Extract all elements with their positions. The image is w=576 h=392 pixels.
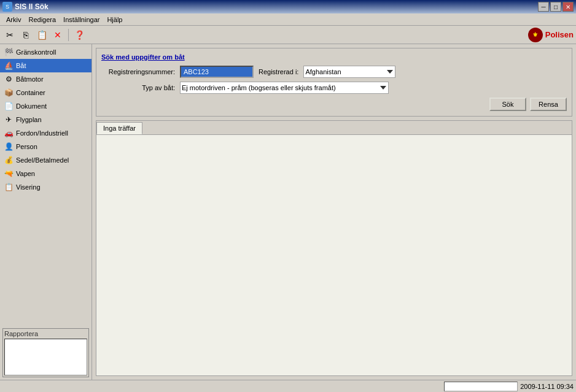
sidebar-item-label-visering: Visering — [16, 183, 41, 191]
menu-hjalp[interactable]: Hjälp — [103, 15, 126, 25]
maximize-button[interactable]: □ — [550, 2, 561, 12]
typ-select-wrapper: Ej motordriven - pråm (bogseras eller sk… — [180, 82, 389, 94]
main-layout: 🏁 Gränskontroll ⛵ Båt ⚙ Båtmotor 📦 Conta… — [0, 44, 576, 380]
reg-input[interactable] — [180, 66, 254, 78]
title-text: SIS II Sök — [15, 2, 49, 11]
tab-content — [96, 135, 572, 375]
reg-label: Registreringsnummer: — [101, 68, 175, 75]
sidebar-item-label-flygplan: Flygplan — [16, 116, 42, 123]
sidebar-items: 🏁 Gränskontroll ⛵ Båt ⚙ Båtmotor 📦 Conta… — [0, 44, 91, 326]
form-row-reg: Registreringsnummer: Registrerad i: Afgh… — [101, 66, 567, 78]
menu-installningar[interactable]: Inställningar — [60, 15, 103, 25]
tabs-area: Inga träffar — [96, 120, 572, 376]
sidebar-item-container[interactable]: 📦 Container — [0, 86, 91, 99]
minimize-button[interactable]: ─ — [538, 2, 549, 12]
granscontrol-icon: 🏁 — [4, 47, 14, 57]
tabs-header: Inga träffar — [96, 121, 572, 135]
sidebar: 🏁 Gränskontroll ⛵ Båt ⚙ Båtmotor 📦 Conta… — [0, 44, 92, 380]
sidebar-item-sedel[interactable]: 💰 Sedel/Betalmedel — [0, 153, 91, 167]
content-area: Sök med uppgifter om båt Registreringsnu… — [92, 44, 576, 380]
sedel-icon: 💰 — [4, 155, 14, 165]
app-icon: S — [2, 2, 12, 12]
toolbar: ✂ ⎘ 📋 ✕ ❓ ⚜ Polisen — [0, 26, 576, 44]
flygplan-icon: ✈ — [4, 115, 14, 125]
status-datetime: 2009-11-11 09:34 — [520, 383, 574, 390]
copy-button[interactable]: ⎘ — [18, 28, 33, 42]
container-icon: 📦 — [4, 88, 14, 98]
sidebar-item-label-fordon: Fordon/Industriell — [16, 129, 68, 137]
section-title: Sök med uppgifter om båt — [101, 53, 567, 61]
sidebar-item-fordon[interactable]: 🚗 Fordon/Industriell — [0, 126, 91, 140]
dokument-icon: 📄 — [4, 101, 14, 111]
form-row-typ: Typ av båt: Ej motordriven - pråm (bogse… — [101, 82, 567, 94]
rapportera-section: Rapportera — [2, 328, 89, 377]
status-field — [444, 382, 518, 391]
tab-inga-traffar[interactable]: Inga träffar — [96, 122, 142, 134]
fordon-icon: 🚗 — [4, 128, 14, 138]
sidebar-item-bat[interactable]: ⛵ Båt — [0, 59, 91, 72]
person-icon: 👤 — [4, 142, 14, 152]
sidebar-item-dokument[interactable]: 📄 Dokument — [0, 99, 91, 113]
typ-select[interactable]: Ej motordriven - pråm (bogseras eller sk… — [180, 82, 389, 94]
delete-button[interactable]: ✕ — [50, 28, 65, 42]
menu-redigera[interactable]: Redigera — [25, 15, 60, 25]
sidebar-item-vapen[interactable]: 🔫 Vapen — [0, 167, 91, 180]
reg-i-select[interactable]: Afghanistan Albania Algeria — [303, 66, 395, 78]
cut-button[interactable]: ✂ — [2, 28, 17, 42]
visering-icon: 📋 — [4, 182, 14, 192]
menu-arkiv[interactable]: Arkiv — [2, 15, 25, 25]
sidebar-item-label-vapen: Vapen — [16, 170, 35, 177]
sidebar-item-granscontrol[interactable]: 🏁 Gränskontroll — [0, 45, 91, 59]
rapportera-label: Rapportera — [4, 330, 87, 337]
form-buttons: Sök Rensa — [101, 98, 567, 111]
toolbar-separator — [68, 29, 69, 41]
rapportera-content — [4, 339, 87, 375]
sidebar-item-label-container: Container — [16, 89, 45, 96]
clear-button[interactable]: Rensa — [530, 98, 567, 111]
sidebar-item-label-sedel: Sedel/Betalmedel — [16, 156, 69, 164]
sidebar-item-label-batmotor: Båtmotor — [16, 75, 44, 83]
title-buttons: ─ □ ✕ — [538, 2, 574, 12]
paste-button[interactable]: 📋 — [34, 28, 49, 42]
typ-label: Typ av båt: — [101, 84, 175, 91]
sidebar-item-label-dokument: Dokument — [16, 102, 47, 110]
reg-i-label: Registrerad i: — [259, 68, 298, 75]
help-button[interactable]: ❓ — [72, 28, 87, 42]
sidebar-item-batmotor[interactable]: ⚙ Båtmotor — [0, 72, 91, 86]
sidebar-item-flygplan[interactable]: ✈ Flygplan — [0, 113, 91, 126]
menu-bar: Arkiv Redigera Inställningar Hjälp — [0, 13, 576, 26]
polisen-icon: ⚜ — [528, 28, 543, 42]
sidebar-item-visering[interactable]: 📋 Visering — [0, 180, 91, 194]
close-button[interactable]: ✕ — [562, 2, 574, 12]
search-button[interactable]: Sök — [489, 98, 526, 111]
sidebar-item-person[interactable]: 👤 Person — [0, 140, 91, 153]
sidebar-item-label-granscontrol: Gränskontroll — [16, 48, 56, 56]
status-bar: 2009-11-11 09:34 — [0, 380, 576, 392]
bat-icon: ⛵ — [4, 61, 14, 71]
sidebar-item-label-person: Person — [16, 143, 37, 150]
polisen-label: Polisen — [545, 30, 574, 39]
vapen-icon: 🔫 — [4, 169, 14, 179]
sidebar-item-label-bat: Båt — [16, 62, 26, 69]
title-bar: S SIS II Sök ─ □ ✕ — [0, 0, 576, 13]
batmotor-icon: ⚙ — [4, 74, 14, 84]
reg-i-select-wrapper: Afghanistan Albania Algeria — [303, 66, 395, 78]
search-form-section: Sök med uppgifter om båt Registreringsnu… — [96, 48, 572, 117]
